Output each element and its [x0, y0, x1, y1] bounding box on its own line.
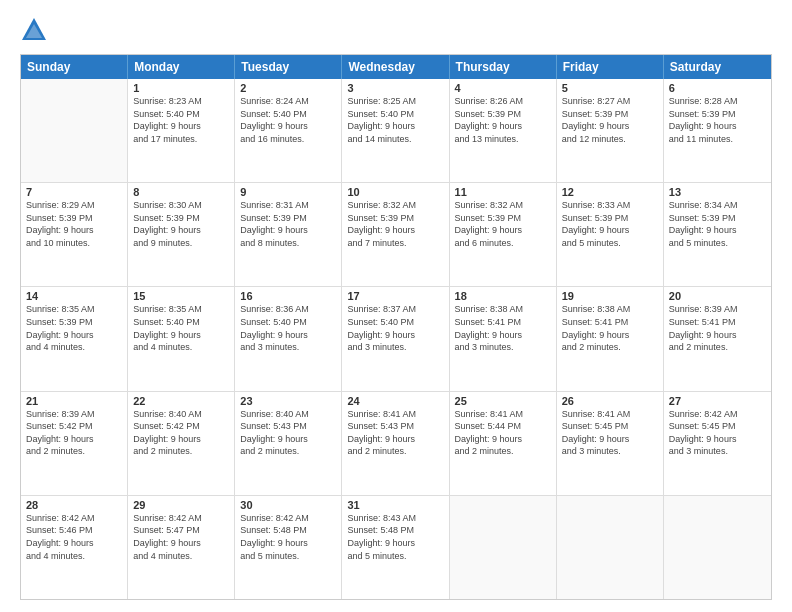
- day-number: 19: [562, 290, 658, 302]
- calendar-cell: 23Sunrise: 8:40 AM Sunset: 5:43 PM Dayli…: [235, 392, 342, 495]
- logo-icon: [20, 16, 48, 48]
- cell-info: Sunrise: 8:38 AM Sunset: 5:41 PM Dayligh…: [455, 303, 551, 353]
- calendar-cell: 7Sunrise: 8:29 AM Sunset: 5:39 PM Daylig…: [21, 183, 128, 286]
- day-number: 16: [240, 290, 336, 302]
- cell-info: Sunrise: 8:24 AM Sunset: 5:40 PM Dayligh…: [240, 95, 336, 145]
- calendar-cell: 2Sunrise: 8:24 AM Sunset: 5:40 PM Daylig…: [235, 79, 342, 182]
- cell-info: Sunrise: 8:40 AM Sunset: 5:43 PM Dayligh…: [240, 408, 336, 458]
- cell-info: Sunrise: 8:29 AM Sunset: 5:39 PM Dayligh…: [26, 199, 122, 249]
- calendar-cell: 26Sunrise: 8:41 AM Sunset: 5:45 PM Dayli…: [557, 392, 664, 495]
- cell-info: Sunrise: 8:37 AM Sunset: 5:40 PM Dayligh…: [347, 303, 443, 353]
- header-cell-sunday: Sunday: [21, 55, 128, 79]
- calendar-cell: 11Sunrise: 8:32 AM Sunset: 5:39 PM Dayli…: [450, 183, 557, 286]
- day-number: 4: [455, 82, 551, 94]
- day-number: 27: [669, 395, 766, 407]
- calendar-cell: 21Sunrise: 8:39 AM Sunset: 5:42 PM Dayli…: [21, 392, 128, 495]
- cell-info: Sunrise: 8:39 AM Sunset: 5:41 PM Dayligh…: [669, 303, 766, 353]
- calendar-cell: 20Sunrise: 8:39 AM Sunset: 5:41 PM Dayli…: [664, 287, 771, 390]
- day-number: 7: [26, 186, 122, 198]
- cell-info: Sunrise: 8:42 AM Sunset: 5:45 PM Dayligh…: [669, 408, 766, 458]
- calendar-cell: 9Sunrise: 8:31 AM Sunset: 5:39 PM Daylig…: [235, 183, 342, 286]
- calendar-cell: 29Sunrise: 8:42 AM Sunset: 5:47 PM Dayli…: [128, 496, 235, 599]
- calendar-row-4: 28Sunrise: 8:42 AM Sunset: 5:46 PM Dayli…: [21, 495, 771, 599]
- day-number: 26: [562, 395, 658, 407]
- calendar-cell: 19Sunrise: 8:38 AM Sunset: 5:41 PM Dayli…: [557, 287, 664, 390]
- day-number: 24: [347, 395, 443, 407]
- cell-info: Sunrise: 8:41 AM Sunset: 5:43 PM Dayligh…: [347, 408, 443, 458]
- day-number: 18: [455, 290, 551, 302]
- day-number: 17: [347, 290, 443, 302]
- cell-info: Sunrise: 8:31 AM Sunset: 5:39 PM Dayligh…: [240, 199, 336, 249]
- cell-info: Sunrise: 8:40 AM Sunset: 5:42 PM Dayligh…: [133, 408, 229, 458]
- cell-info: Sunrise: 8:43 AM Sunset: 5:48 PM Dayligh…: [347, 512, 443, 562]
- cell-info: Sunrise: 8:39 AM Sunset: 5:42 PM Dayligh…: [26, 408, 122, 458]
- logo: [20, 16, 52, 48]
- cell-info: Sunrise: 8:35 AM Sunset: 5:40 PM Dayligh…: [133, 303, 229, 353]
- day-number: 11: [455, 186, 551, 198]
- header-cell-thursday: Thursday: [450, 55, 557, 79]
- calendar-cell: 4Sunrise: 8:26 AM Sunset: 5:39 PM Daylig…: [450, 79, 557, 182]
- calendar-cell: 6Sunrise: 8:28 AM Sunset: 5:39 PM Daylig…: [664, 79, 771, 182]
- day-number: 13: [669, 186, 766, 198]
- cell-info: Sunrise: 8:33 AM Sunset: 5:39 PM Dayligh…: [562, 199, 658, 249]
- calendar-header: SundayMondayTuesdayWednesdayThursdayFrid…: [21, 55, 771, 79]
- cell-info: Sunrise: 8:42 AM Sunset: 5:46 PM Dayligh…: [26, 512, 122, 562]
- calendar-row-0: 1Sunrise: 8:23 AM Sunset: 5:40 PM Daylig…: [21, 79, 771, 182]
- calendar-cell: 16Sunrise: 8:36 AM Sunset: 5:40 PM Dayli…: [235, 287, 342, 390]
- calendar-cell: [557, 496, 664, 599]
- day-number: 22: [133, 395, 229, 407]
- calendar-cell: 18Sunrise: 8:38 AM Sunset: 5:41 PM Dayli…: [450, 287, 557, 390]
- calendar-cell: 24Sunrise: 8:41 AM Sunset: 5:43 PM Dayli…: [342, 392, 449, 495]
- calendar-cell: 1Sunrise: 8:23 AM Sunset: 5:40 PM Daylig…: [128, 79, 235, 182]
- day-number: 21: [26, 395, 122, 407]
- header: [20, 16, 772, 48]
- day-number: 2: [240, 82, 336, 94]
- calendar-cell: 22Sunrise: 8:40 AM Sunset: 5:42 PM Dayli…: [128, 392, 235, 495]
- cell-info: Sunrise: 8:23 AM Sunset: 5:40 PM Dayligh…: [133, 95, 229, 145]
- day-number: 28: [26, 499, 122, 511]
- day-number: 29: [133, 499, 229, 511]
- calendar-cell: 25Sunrise: 8:41 AM Sunset: 5:44 PM Dayli…: [450, 392, 557, 495]
- cell-info: Sunrise: 8:38 AM Sunset: 5:41 PM Dayligh…: [562, 303, 658, 353]
- cell-info: Sunrise: 8:41 AM Sunset: 5:45 PM Dayligh…: [562, 408, 658, 458]
- day-number: 9: [240, 186, 336, 198]
- calendar-row-3: 21Sunrise: 8:39 AM Sunset: 5:42 PM Dayli…: [21, 391, 771, 495]
- day-number: 10: [347, 186, 443, 198]
- cell-info: Sunrise: 8:42 AM Sunset: 5:47 PM Dayligh…: [133, 512, 229, 562]
- cell-info: Sunrise: 8:27 AM Sunset: 5:39 PM Dayligh…: [562, 95, 658, 145]
- day-number: 1: [133, 82, 229, 94]
- cell-info: Sunrise: 8:30 AM Sunset: 5:39 PM Dayligh…: [133, 199, 229, 249]
- day-number: 12: [562, 186, 658, 198]
- calendar-cell: 30Sunrise: 8:42 AM Sunset: 5:48 PM Dayli…: [235, 496, 342, 599]
- cell-info: Sunrise: 8:26 AM Sunset: 5:39 PM Dayligh…: [455, 95, 551, 145]
- calendar-row-1: 7Sunrise: 8:29 AM Sunset: 5:39 PM Daylig…: [21, 182, 771, 286]
- day-number: 8: [133, 186, 229, 198]
- day-number: 30: [240, 499, 336, 511]
- cell-info: Sunrise: 8:34 AM Sunset: 5:39 PM Dayligh…: [669, 199, 766, 249]
- day-number: 14: [26, 290, 122, 302]
- calendar-cell: 17Sunrise: 8:37 AM Sunset: 5:40 PM Dayli…: [342, 287, 449, 390]
- header-cell-friday: Friday: [557, 55, 664, 79]
- calendar-cell: 5Sunrise: 8:27 AM Sunset: 5:39 PM Daylig…: [557, 79, 664, 182]
- cell-info: Sunrise: 8:36 AM Sunset: 5:40 PM Dayligh…: [240, 303, 336, 353]
- calendar-cell: [450, 496, 557, 599]
- day-number: 20: [669, 290, 766, 302]
- cell-info: Sunrise: 8:42 AM Sunset: 5:48 PM Dayligh…: [240, 512, 336, 562]
- day-number: 6: [669, 82, 766, 94]
- cell-info: Sunrise: 8:41 AM Sunset: 5:44 PM Dayligh…: [455, 408, 551, 458]
- cell-info: Sunrise: 8:32 AM Sunset: 5:39 PM Dayligh…: [347, 199, 443, 249]
- calendar-cell: 14Sunrise: 8:35 AM Sunset: 5:39 PM Dayli…: [21, 287, 128, 390]
- calendar-cell: 28Sunrise: 8:42 AM Sunset: 5:46 PM Dayli…: [21, 496, 128, 599]
- day-number: 31: [347, 499, 443, 511]
- calendar-row-2: 14Sunrise: 8:35 AM Sunset: 5:39 PM Dayli…: [21, 286, 771, 390]
- day-number: 25: [455, 395, 551, 407]
- calendar-cell: 13Sunrise: 8:34 AM Sunset: 5:39 PM Dayli…: [664, 183, 771, 286]
- calendar-cell: 12Sunrise: 8:33 AM Sunset: 5:39 PM Dayli…: [557, 183, 664, 286]
- header-cell-wednesday: Wednesday: [342, 55, 449, 79]
- cell-info: Sunrise: 8:28 AM Sunset: 5:39 PM Dayligh…: [669, 95, 766, 145]
- day-number: 15: [133, 290, 229, 302]
- header-cell-saturday: Saturday: [664, 55, 771, 79]
- day-number: 3: [347, 82, 443, 94]
- calendar-cell: 27Sunrise: 8:42 AM Sunset: 5:45 PM Dayli…: [664, 392, 771, 495]
- day-number: 23: [240, 395, 336, 407]
